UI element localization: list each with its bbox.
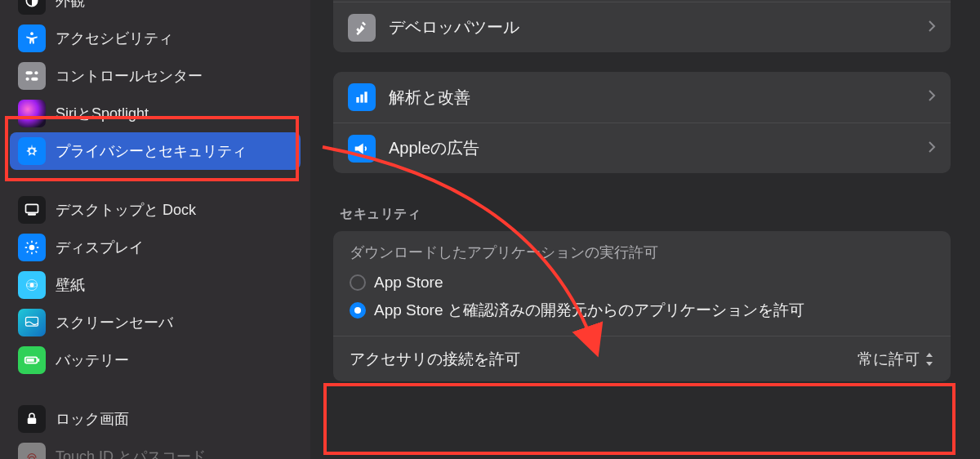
sidebar-label: コントロールセンター [56, 66, 203, 86]
chevron-right-icon [928, 89, 936, 105]
wallpaper-icon [18, 271, 46, 299]
svg-rect-2 [26, 71, 33, 74]
sidebar-label: バッテリー [56, 350, 129, 370]
svg-point-18 [30, 283, 34, 287]
chevron-right-icon [928, 20, 936, 36]
appearance-icon [18, 0, 46, 15]
svg-rect-4 [31, 78, 38, 81]
sidebar-group: 外観 アクセシビリティ コントロールセンター SiriとSpotlight プラ… [10, 0, 301, 459]
sidebar-item-privacy-security[interactable]: プライバシーとセキュリティ [10, 132, 301, 170]
svg-point-1 [30, 32, 33, 35]
radio-app-store-and-identified[interactable]: App Store と確認済みの開発元からのアプリケーションを許可 [350, 296, 934, 324]
svg-point-9 [29, 245, 35, 251]
svg-point-5 [26, 78, 29, 81]
sidebar-item-accessibility[interactable]: アクセシビリティ [10, 20, 301, 57]
sidebar-item-battery[interactable]: バッテリー [10, 341, 301, 379]
accessory-select[interactable]: 常に許可 [858, 349, 934, 370]
sidebar-item-lock-screen[interactable]: ロック画面 [10, 400, 301, 438]
sidebar-label: Touch ID とパスコード [56, 447, 206, 459]
radio-indicator [350, 302, 366, 319]
screensaver-icon [18, 309, 46, 336]
analytics-icon [348, 83, 376, 111]
hammer-icon [348, 14, 376, 42]
accessory-connection-row: アクセサリの接続を許可 常に許可 [333, 336, 951, 381]
sidebar-label: SiriとSpotlight [56, 104, 149, 123]
section-title-security: セキュリティ [340, 206, 951, 223]
sidebar-item-touchid[interactable]: Touch ID とパスコード [10, 438, 301, 459]
control-center-icon [18, 62, 46, 90]
svg-point-6 [30, 149, 34, 154]
security-group: ダウンロードしたアプリケーションの実行許可 App Store App Stor… [333, 231, 951, 381]
lock-screen-icon [18, 405, 46, 433]
sidebar-item-wallpaper[interactable]: 壁紙 [10, 266, 301, 304]
accessory-label: アクセサリの接続を許可 [350, 349, 520, 370]
row-label: Appleの広告 [389, 137, 915, 159]
row-developer-tools[interactable]: デベロッパツール [333, 2, 951, 52]
sidebar-label: アクセシビリティ [56, 29, 173, 48]
sidebar-item-appearance[interactable]: 外観 [10, 0, 301, 20]
accessory-value: 常に許可 [858, 349, 920, 370]
sidebar-item-screensaver[interactable]: スクリーンセーバ [10, 304, 301, 341]
svg-line-17 [36, 243, 38, 244]
svg-line-15 [36, 252, 38, 253]
svg-point-3 [34, 71, 38, 74]
radio-label: App Store [374, 274, 443, 292]
svg-rect-28 [364, 91, 367, 102]
updown-icon [924, 353, 934, 366]
sidebar-item-desktop-dock[interactable]: デスクトップと Dock [10, 191, 301, 229]
radio-app-store[interactable]: App Store [350, 269, 934, 296]
sidebar-label: スクリーンセーバ [56, 313, 173, 332]
svg-line-16 [27, 252, 29, 253]
sidebar-label: デスクトップと Dock [56, 200, 196, 220]
displays-icon [18, 234, 46, 261]
svg-rect-23 [38, 359, 39, 362]
desktop-dock-icon [18, 196, 46, 224]
svg-rect-8 [28, 213, 36, 216]
sidebar-item-siri-spotlight[interactable]: SiriとSpotlight [10, 95, 301, 132]
svg-rect-27 [360, 95, 363, 103]
radio-label: App Store と確認済みの開発元からのアプリケーションを許可 [374, 300, 804, 321]
row-analytics[interactable]: 解析と改善 [333, 72, 951, 123]
content-area: デベロッパツール 解析と改善 Appleの広告 セキュリティ [310, 0, 980, 459]
sidebar-label: 外観 [56, 0, 85, 11]
download-permission-label: ダウンロードしたアプリケーションの実行許可 [333, 231, 951, 269]
sidebar-label: ディスプレイ [56, 238, 144, 257]
siri-icon [18, 100, 46, 127]
touchid-icon [18, 443, 46, 459]
privacy-row-group-mid: 解析と改善 Appleの広告 [333, 72, 951, 173]
chevron-right-icon [928, 140, 936, 157]
row-label: デベロッパツール [389, 16, 915, 38]
sidebar-label: ロック画面 [56, 409, 129, 429]
sidebar-item-displays[interactable]: ディスプレイ [10, 229, 301, 266]
row-label: 解析と改善 [389, 87, 915, 109]
battery-icon [18, 346, 46, 374]
accessibility-icon [18, 25, 46, 52]
row-apple-ads[interactable]: Appleの広告 [333, 123, 951, 173]
svg-rect-7 [26, 204, 38, 212]
radio-indicator [350, 274, 366, 291]
svg-rect-24 [27, 359, 34, 362]
svg-rect-26 [356, 97, 359, 103]
privacy-row-group-top: デベロッパツール [333, 0, 951, 52]
gatekeeper-radio-group: App Store App Store と確認済みの開発元からのアプリケーション… [333, 269, 951, 336]
svg-line-14 [27, 243, 29, 244]
sidebar-label: 壁紙 [56, 275, 85, 295]
ads-icon [348, 135, 376, 163]
svg-rect-25 [28, 418, 37, 425]
sidebar-item-control-center[interactable]: コントロールセンター [10, 57, 301, 95]
privacy-icon [18, 137, 46, 165]
sidebar-label: プライバシーとセキュリティ [56, 141, 247, 161]
sidebar: 外観 アクセシビリティ コントロールセンター SiriとSpotlight プラ… [0, 0, 310, 459]
